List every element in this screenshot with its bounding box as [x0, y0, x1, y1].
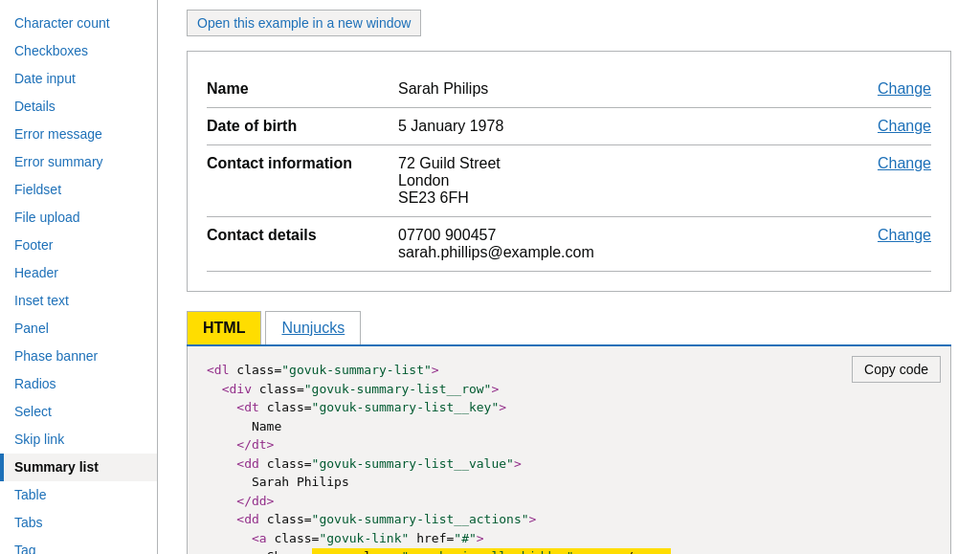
summary-list: NameSarah PhilipsChangeDate of birth5 Ja…: [207, 71, 931, 272]
summary-list-value: 72 Guild StreetLondonSE23 6FH: [398, 155, 878, 207]
sidebar-item-error-summary[interactable]: Error summary: [0, 148, 157, 176]
sidebar-item-summary-list[interactable]: Summary list: [0, 454, 157, 481]
code-tabs: HTMLNunjucks: [187, 311, 951, 346]
code-content: <dl class="govuk-summary-list"> <div cla…: [207, 361, 931, 554]
sidebar-item-panel[interactable]: Panel: [0, 315, 157, 343]
preview-box: NameSarah PhilipsChangeDate of birth5 Ja…: [187, 51, 951, 292]
summary-list-row: Contact information72 Guild StreetLondon…: [207, 145, 931, 217]
sidebar-item-tag[interactable]: Tag: [0, 537, 157, 554]
open-new-window-link[interactable]: Open this example in a new window: [187, 10, 421, 36]
sidebar-item-fieldset[interactable]: Fieldset: [0, 176, 157, 204]
sidebar-item-tabs[interactable]: Tabs: [0, 509, 157, 537]
tab-nunjucks[interactable]: Nunjucks: [265, 311, 361, 344]
summary-list-value: 07700 900457sarah.phillips@example.com: [398, 227, 878, 261]
sidebar-item-phase-banner[interactable]: Phase banner: [0, 343, 157, 370]
summary-list-value: 5 January 1978: [398, 118, 878, 135]
sidebar-item-error-message[interactable]: Error message: [0, 121, 157, 148]
sidebar-item-table[interactable]: Table: [0, 481, 157, 509]
summary-list-row: Date of birth5 January 1978Change: [207, 108, 931, 145]
summary-list-key: Date of birth: [207, 118, 398, 135]
copy-code-button[interactable]: Copy code: [852, 356, 941, 383]
summary-list-key: Name: [207, 80, 398, 98]
summary-list-actions: Change: [878, 118, 931, 135]
sidebar-item-footer[interactable]: Footer: [0, 232, 157, 259]
sidebar-item-header[interactable]: Header: [0, 259, 157, 287]
summary-list-row: Contact details07700 900457sarah.phillip…: [207, 217, 931, 272]
summary-list-key: Contact details: [207, 227, 398, 244]
summary-list-actions: Change: [878, 155, 931, 172]
main-content: Open this example in a new window NameSa…: [158, 0, 980, 554]
summary-list-change-link[interactable]: Change: [878, 80, 931, 97]
summary-list-value: Sarah Philips: [398, 80, 878, 98]
summary-list-actions: Change: [878, 80, 931, 98]
code-box: Copy code <dl class="govuk-summary-list"…: [187, 346, 951, 554]
sidebar-item-checkboxes[interactable]: Checkboxes: [0, 37, 157, 65]
tab-html[interactable]: HTML: [187, 311, 261, 344]
sidebar-item-select[interactable]: Select: [0, 398, 157, 426]
sidebar-item-inset-text[interactable]: Inset text: [0, 287, 157, 315]
sidebar-item-character-count[interactable]: Character count: [0, 10, 157, 37]
sidebar-item-date-input[interactable]: Date input: [0, 65, 157, 93]
sidebar: Character countCheckboxesDate inputDetai…: [0, 0, 158, 554]
summary-list-actions: Change: [878, 227, 931, 244]
sidebar-item-file-upload[interactable]: File upload: [0, 204, 157, 232]
summary-list-change-link[interactable]: Change: [878, 155, 931, 171]
sidebar-item-skip-link[interactable]: Skip link: [0, 426, 157, 454]
summary-list-change-link[interactable]: Change: [878, 227, 931, 243]
summary-list-row: NameSarah PhilipsChange: [207, 71, 931, 108]
summary-list-change-link[interactable]: Change: [878, 118, 931, 134]
sidebar-item-details[interactable]: Details: [0, 93, 157, 121]
summary-list-key: Contact information: [207, 155, 398, 172]
sidebar-item-radios[interactable]: Radios: [0, 370, 157, 398]
